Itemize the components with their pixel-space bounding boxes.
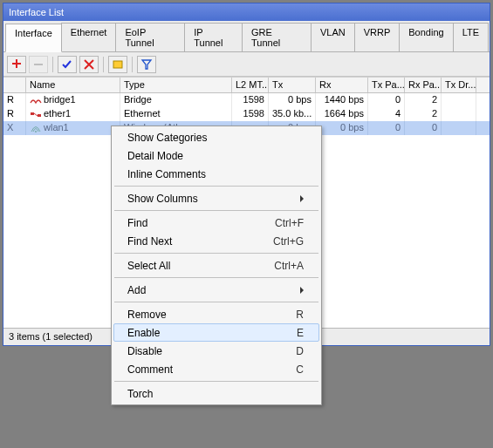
bridge-icon: [30, 96, 42, 105]
grid-header[interactable]: NameTypeL2 MT...TxRxTx Pa...Rx Pa...Tx D…: [3, 78, 490, 93]
menu-item-accelerator: C: [296, 363, 304, 376]
cell: 4: [368, 107, 405, 121]
menu-item-detail-mode[interactable]: Detail Mode: [113, 146, 319, 165]
cell: 0 bps: [269, 93, 316, 107]
tab-gre-tunnel[interactable]: GRE Tunnel: [242, 23, 312, 51]
status-text: 3 items (1 selected): [9, 331, 92, 342]
menu-item-label: Disable: [127, 345, 282, 357]
menu-item-accelerator: Ctrl+F: [275, 217, 304, 229]
column-header[interactable]: L2 MT...: [232, 78, 269, 92]
menu-item-label: Enable: [127, 327, 283, 339]
cell: 2: [405, 107, 442, 121]
menu-item-accelerator: Ctrl+G: [273, 235, 304, 248]
menu-item-label: Comment: [127, 363, 282, 376]
svg-rect-0: [34, 64, 43, 65]
table-row[interactable]: Rbridge1Bridge15980 bps1440 bps02: [3, 93, 490, 107]
menu-item-label: Find Next: [127, 235, 259, 248]
menu-item-label: Find: [127, 217, 261, 229]
menu-item-remove[interactable]: RemoveR: [113, 305, 319, 323]
cell: 1598: [232, 93, 269, 107]
cell: 35.0 kb...: [269, 107, 316, 121]
ethernet-icon: [30, 110, 42, 119]
cell: R: [3, 93, 26, 107]
submenu-arrow-icon: [300, 195, 304, 202]
menu-item-label: Inline Comments: [127, 168, 304, 180]
toolbar-separator: [103, 57, 104, 72]
menu-item-accelerator: Ctrl+A: [274, 260, 304, 272]
tab-vlan[interactable]: VLAN: [311, 23, 355, 51]
menu-item-accelerator: D: [296, 345, 304, 357]
window-title: Interface List: [9, 7, 64, 17]
menu-item-torch[interactable]: Torch: [113, 384, 319, 403]
cell: 0: [405, 121, 442, 135]
menu-item-comment[interactable]: CommentC: [113, 360, 319, 378]
cell: 2: [405, 93, 442, 107]
cell: [442, 93, 476, 107]
enable-button[interactable]: [58, 56, 77, 73]
menu-item-disable[interactable]: DisableD: [113, 342, 319, 360]
menu-separator: [114, 210, 318, 211]
menu-item-label: Remove: [127, 309, 282, 321]
tab-ip-tunnel[interactable]: IP Tunnel: [184, 23, 243, 51]
tab-bonding[interactable]: Bonding: [399, 23, 453, 51]
cell: X: [3, 121, 26, 135]
menu-item-show-categories[interactable]: Show Categories: [113, 128, 319, 146]
tab-vrrp[interactable]: VRRP: [354, 23, 401, 51]
cell: 1598: [232, 107, 269, 121]
menu-item-inline-comments[interactable]: Inline Comments: [113, 165, 319, 183]
cell: [442, 107, 476, 121]
cell: bridge1: [26, 93, 120, 107]
toolbar-separator: [132, 57, 133, 72]
menu-separator: [114, 381, 318, 382]
cell: ether1: [26, 107, 120, 121]
menu-item-find[interactable]: FindCtrl+F: [113, 214, 319, 232]
svg-rect-3: [38, 114, 41, 117]
tabs: InterfaceEthernetEoIP TunnelIP TunnelGRE…: [3, 21, 490, 52]
menu-item-label: Select All: [127, 260, 260, 272]
wireless-icon: [30, 124, 42, 133]
add-button[interactable]: [7, 56, 26, 73]
menu-item-label: Detail Mode: [127, 150, 304, 162]
cell: 0: [368, 93, 405, 107]
svg-rect-1: [113, 61, 122, 68]
context-menu[interactable]: Show CategoriesDetail ModeInline Comment…: [111, 126, 322, 405]
disable-button[interactable]: [79, 56, 99, 73]
menu-item-label: Torch: [127, 388, 304, 400]
column-header[interactable]: Tx Pa...: [368, 78, 405, 92]
cell: [442, 121, 476, 135]
tab-ethernet[interactable]: Ethernet: [61, 23, 117, 51]
menu-item-select-all[interactable]: Select AllCtrl+A: [113, 256, 319, 275]
menu-item-show-columns[interactable]: Show Columns: [113, 189, 319, 207]
cell: R: [3, 107, 26, 121]
svg-rect-2: [31, 112, 34, 115]
filter-button[interactable]: [137, 56, 156, 73]
tab-lte[interactable]: LTE: [453, 23, 489, 51]
remove-button[interactable]: [29, 56, 48, 73]
menu-separator: [114, 253, 318, 254]
column-header[interactable]: Type: [120, 78, 232, 92]
cell: Ethernet: [120, 107, 232, 121]
window-titlebar[interactable]: Interface List: [3, 3, 490, 21]
menu-separator: [114, 302, 318, 302]
cell: 0 bps: [316, 121, 368, 135]
cell: Bridge: [120, 93, 232, 107]
column-header[interactable]: Name: [26, 78, 120, 92]
column-header[interactable]: Rx Pa...: [405, 78, 442, 92]
menu-item-label: Show Categories: [127, 132, 304, 144]
tab-interface[interactable]: Interface: [5, 24, 62, 52]
menu-item-enable[interactable]: EnableE: [113, 323, 319, 342]
cell: 1440 bps: [316, 93, 368, 107]
comment-button[interactable]: [108, 56, 127, 73]
submenu-arrow-icon: [300, 287, 304, 294]
menu-item-accelerator: R: [296, 309, 304, 321]
menu-item-add[interactable]: Add: [113, 281, 319, 299]
tab-eoip-tunnel[interactable]: EoIP Tunnel: [115, 23, 185, 51]
toolbar: [3, 52, 490, 77]
column-header[interactable]: Rx: [316, 78, 368, 92]
table-row[interactable]: Rether1Ethernet159835.0 kb...1664 bps42: [3, 107, 490, 121]
column-header[interactable]: Tx Dr...: [442, 78, 476, 92]
column-header[interactable]: Tx: [269, 78, 316, 92]
cell: 1664 bps: [316, 107, 368, 121]
menu-item-find-next[interactable]: Find NextCtrl+G: [113, 232, 319, 250]
column-header[interactable]: [3, 78, 26, 92]
